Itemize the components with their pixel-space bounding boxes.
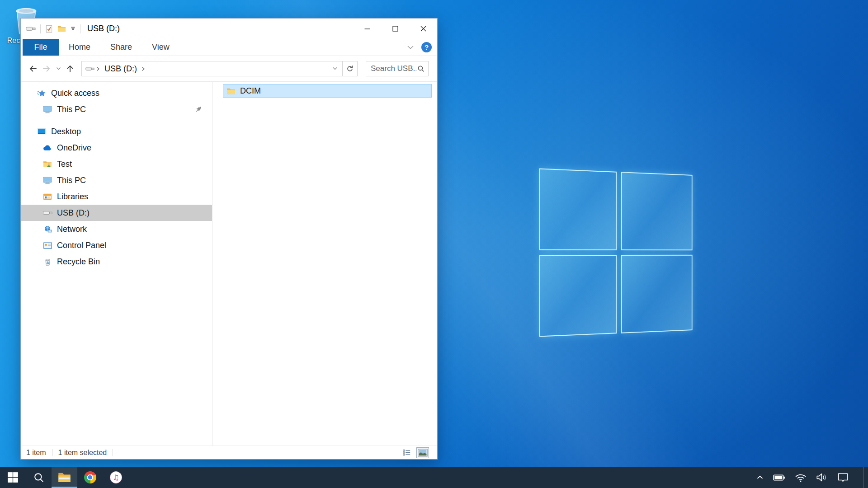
sidebar-item-label: Test (57, 160, 72, 169)
desktop-icon (37, 128, 47, 135)
taskbar-itunes-button[interactable]: ♫ (103, 467, 129, 488)
tab-view[interactable]: View (142, 39, 179, 56)
navigation-bar: USB (D:) (21, 56, 437, 82)
navigation-pane: Quick access This PC (21, 82, 212, 446)
sidebar-item-this-pc[interactable]: This PC (21, 172, 212, 188)
libraries-icon (42, 193, 52, 200)
windows-logo-pane (539, 255, 617, 337)
sidebar-item-onedrive[interactable]: OneDrive (21, 140, 212, 156)
taskbar: ♫ (0, 467, 868, 488)
customize-toolbar-button[interactable] (68, 26, 78, 31)
battery-icon[interactable] (773, 474, 785, 481)
up-arrow-icon (65, 64, 75, 74)
toolbar-separator (40, 24, 41, 33)
action-center-icon[interactable] (837, 472, 849, 483)
tab-share[interactable]: Share (100, 39, 142, 56)
file-item-dcim[interactable]: DCIM (223, 84, 432, 98)
sidebar-item-libraries[interactable]: Libraries (21, 188, 212, 205)
quick-access-star-icon (37, 89, 47, 98)
sidebar-item-usb-drive[interactable]: USB (D:) (21, 205, 212, 221)
new-folder-button[interactable] (55, 25, 68, 32)
this-pc-icon (42, 177, 52, 184)
search-icon (417, 65, 425, 72)
up-button[interactable] (63, 64, 77, 74)
chrome-icon (84, 471, 96, 483)
network-icon (42, 225, 52, 233)
windows-logo-pane (539, 168, 617, 250)
sidebar-item-label: OneDrive (57, 143, 91, 153)
tab-home[interactable]: Home (59, 39, 100, 56)
sidebar-item-desktop[interactable]: Desktop (21, 123, 212, 140)
sidebar-item-label: This PC (57, 176, 86, 185)
address-history-button[interactable] (328, 61, 342, 76)
sidebar-item-control-panel[interactable]: Control Panel (21, 237, 212, 253)
chevron-down-icon (332, 67, 338, 70)
search-input[interactable] (370, 64, 417, 74)
windows-logo-wallpaper (539, 168, 693, 337)
chevron-down-icon (407, 45, 414, 50)
usb-drive-icon (42, 210, 52, 216)
sidebar-item-this-pc-pinned[interactable]: This PC (21, 101, 212, 117)
close-icon (420, 25, 427, 32)
wifi-icon[interactable] (795, 473, 807, 482)
file-item-name: DCIM (240, 86, 261, 96)
status-separator (52, 449, 52, 456)
maximize-button[interactable] (381, 19, 409, 39)
search-box[interactable] (366, 61, 429, 76)
sidebar-item-label: Libraries (57, 192, 88, 202)
back-button[interactable] (26, 64, 40, 74)
recycle-bin-icon (42, 258, 52, 266)
forward-button[interactable] (40, 64, 53, 74)
address-bar[interactable]: USB (D:) (81, 61, 358, 76)
minimize-icon (364, 25, 371, 32)
sidebar-item-quick-access[interactable]: Quick access (21, 85, 212, 101)
tab-file[interactable]: File (23, 39, 59, 56)
sidebar-group-gap (21, 117, 212, 123)
volume-icon[interactable] (816, 473, 827, 482)
breadcrumb-chevron-icon (96, 66, 100, 71)
details-view-button[interactable] (400, 447, 413, 458)
taskbar-search-button[interactable] (26, 467, 52, 488)
windows-logo-pane (621, 172, 693, 250)
this-pc-icon (42, 106, 52, 113)
maximize-icon (392, 25, 399, 32)
thumbnails-view-button[interactable] (416, 447, 429, 458)
sidebar-item-recycle-bin[interactable]: Recycle Bin (21, 253, 212, 270)
taskbar-file-explorer-button[interactable] (52, 467, 77, 488)
file-explorer-icon (58, 472, 71, 483)
breadcrumb-chevron-icon (142, 66, 145, 71)
recent-locations-button[interactable] (53, 67, 63, 70)
tray-expand-chevron-icon[interactable] (756, 475, 764, 480)
pin-icon (195, 106, 202, 113)
properties-check-icon (45, 25, 53, 33)
close-button[interactable] (409, 19, 437, 39)
properties-button[interactable] (43, 25, 55, 33)
itunes-icon: ♫ (110, 471, 122, 483)
sidebar-item-label: Recycle Bin (57, 257, 100, 267)
sidebar-item-test[interactable]: Test (21, 156, 212, 172)
windows-start-icon (7, 472, 19, 483)
sidebar-item-label: Control Panel (57, 241, 106, 250)
title-bar[interactable]: USB (D:) (21, 19, 437, 39)
help-button[interactable]: ? (421, 42, 432, 52)
details-view-icon (402, 449, 411, 456)
minimize-button[interactable] (353, 19, 381, 39)
window-controls (353, 19, 437, 39)
folder-icon (226, 87, 236, 95)
folder-content-area[interactable]: DCIM (212, 82, 437, 446)
new-folder-icon (57, 25, 66, 32)
item-count: 1 item (26, 449, 46, 457)
sidebar-item-network[interactable]: Network (21, 221, 212, 237)
collapse-ribbon-button[interactable] (407, 43, 414, 52)
window-title: USB (D:) (87, 24, 120, 33)
control-panel-icon (42, 242, 52, 249)
taskbar-chrome-button[interactable] (77, 467, 103, 488)
breadcrumb-drive[interactable]: USB (D:) (104, 64, 137, 74)
quick-access-toolbar (24, 24, 83, 33)
refresh-button[interactable] (343, 61, 357, 76)
show-desktop-button[interactable] (863, 467, 863, 488)
sidebar-item-label: USB (D:) (57, 208, 90, 218)
toolbar-separator (80, 24, 80, 33)
back-arrow-icon (28, 64, 38, 74)
start-button[interactable] (0, 467, 26, 488)
